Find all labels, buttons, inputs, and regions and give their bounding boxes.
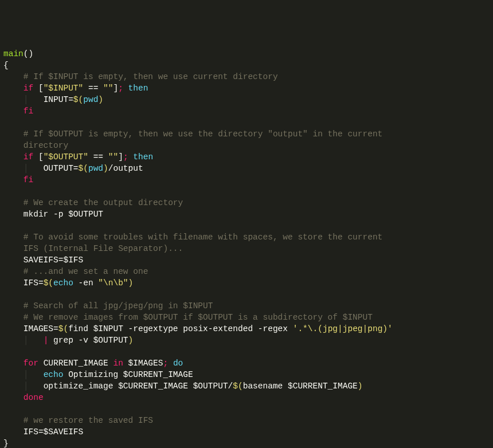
- code-line: main(): [3, 48, 493, 60]
- code-token: ;: [163, 359, 173, 368]
- code-token: [3, 95, 24, 104]
- code-token: ): [98, 95, 103, 104]
- code-token: [3, 324, 24, 333]
- code-token: INPUT=: [44, 95, 73, 104]
- code-token: $(: [233, 382, 242, 391]
- code-token: ): [128, 336, 134, 345]
- code-token: $(: [44, 278, 53, 288]
- code-token: pwd: [83, 95, 98, 104]
- code-token: # We remove images from $OUTPUT if $OUTP…: [24, 313, 373, 322]
- code-token: ): [103, 164, 108, 173]
- code-token: [3, 393, 24, 402]
- code-token: $(: [79, 164, 88, 173]
- code-token: [3, 72, 24, 81]
- code-token: # ...and we set a new one: [24, 267, 148, 276]
- code-line: directory: [3, 140, 493, 151]
- code-token: ]: [113, 84, 118, 93]
- code-token: [3, 370, 24, 379]
- code-token: # To avoid some troubles with filename w…: [24, 233, 388, 242]
- code-line: │ optimize_image $CURRENT_IMAGE $OUTPUT/…: [3, 380, 493, 392]
- code-token: [3, 359, 24, 368]
- code-line: [3, 117, 493, 128]
- code-token: ;: [123, 152, 133, 162]
- code-token: [3, 336, 24, 345]
- code-token: [3, 313, 24, 322]
- code-token: echo: [53, 278, 73, 288]
- code-token: │: [24, 95, 44, 104]
- code-token: "\n\b": [98, 278, 128, 288]
- code-token: ]: [118, 152, 123, 162]
- code-token: (): [24, 49, 33, 58]
- code-token: [3, 427, 24, 437]
- code-line: {: [3, 60, 493, 71]
- code-token: CURRENT_IMAGE: [44, 359, 114, 368]
- code-line: # we restore the saved IFS: [3, 415, 493, 426]
- code-token: if: [24, 84, 38, 93]
- code-line: │ INPUT=$(pwd): [3, 94, 493, 105]
- code-token: done: [24, 393, 44, 402]
- code-token: # we restore the saved IFS: [24, 416, 153, 425]
- code-line: for CURRENT_IMAGE in $IMAGES; do: [3, 357, 493, 369]
- code-block: main(){ # If $INPUT is empty, then we us…: [3, 48, 493, 448]
- code-token: OUTPUT=: [44, 164, 79, 173]
- code-token: # If $OUTPUT is empty, then we use the d…: [24, 129, 388, 139]
- code-token: ;: [118, 84, 128, 93]
- code-line: if ["$INPUT" == ""]; then: [3, 82, 493, 94]
- code-token: │: [24, 164, 44, 173]
- code-line: [3, 346, 493, 357]
- code-token: IFS=: [24, 278, 44, 288]
- code-token: }: [3, 439, 9, 448]
- code-line: IFS=$SAVEIFS: [3, 426, 493, 438]
- code-token: main: [3, 49, 24, 58]
- code-token: [3, 152, 24, 162]
- code-token: ): [128, 278, 134, 288]
- code-line: IFS=$(echo -en "\n\b"): [3, 277, 493, 289]
- code-line: # Search of all jpg/jpeg/png in $INPUT: [3, 300, 493, 312]
- code-token: [3, 244, 24, 253]
- code-token: if: [24, 152, 38, 162]
- code-line: if ["$OUTPUT" == ""]; then: [3, 151, 493, 163]
- code-line: # If $OUTPUT is empty, then we use the d…: [3, 128, 493, 140]
- code-token: │: [24, 382, 44, 391]
- code-line: │ OUTPUT=$(pwd)/output: [3, 163, 493, 174]
- code-line: }: [3, 438, 493, 448]
- code-token: for: [24, 359, 44, 368]
- code-token: ): [358, 382, 363, 391]
- code-line: # ...and we set a new one: [3, 266, 493, 277]
- code-token: ==: [83, 84, 103, 93]
- code-token: do: [173, 359, 183, 368]
- code-token: # If $INPUT is empty, then we use curren…: [24, 72, 278, 81]
- code-token: then: [128, 84, 148, 93]
- code-token: SAVEIFS=$IFS: [24, 256, 83, 265]
- code-line: [3, 403, 493, 415]
- code-token: echo: [44, 370, 64, 379]
- code-token: "$INPUT": [44, 84, 84, 93]
- code-line: │ echo Optimizing $CURRENT_IMAGE: [3, 369, 493, 380]
- code-token: │: [24, 370, 44, 379]
- code-token: │: [24, 336, 44, 345]
- code-token: {: [3, 61, 9, 70]
- code-editor[interactable]: main(){ # If $INPUT is empty, then we us…: [0, 48, 493, 448]
- code-token: fi: [24, 107, 33, 116]
- code-line: [3, 186, 493, 197]
- code-line: # We remove images from $OUTPUT if $OUTP…: [3, 312, 493, 323]
- code-token: [3, 382, 24, 391]
- code-token: [3, 141, 24, 150]
- code-token: # Search of all jpg/jpeg/png in $INPUT: [24, 301, 213, 311]
- code-token: "": [108, 152, 118, 162]
- code-line: mkdir -p $OUTPUT: [3, 209, 493, 220]
- code-line: IFS (Internal File Separator)...: [3, 243, 493, 254]
- code-token: [3, 278, 24, 288]
- code-token: directory: [24, 141, 68, 150]
- code-token: [3, 210, 24, 219]
- code-token: [3, 129, 24, 139]
- code-token: $IMAGES: [128, 359, 163, 368]
- code-token: ==: [88, 152, 108, 162]
- code-line: done: [3, 392, 493, 403]
- code-token: "$OUTPUT": [44, 152, 88, 162]
- code-token: mkdir -p $OUTPUT: [24, 210, 103, 219]
- code-line: [3, 289, 493, 300]
- code-token: $(: [73, 95, 83, 104]
- code-token: [393, 324, 398, 333]
- code-line: [3, 220, 493, 231]
